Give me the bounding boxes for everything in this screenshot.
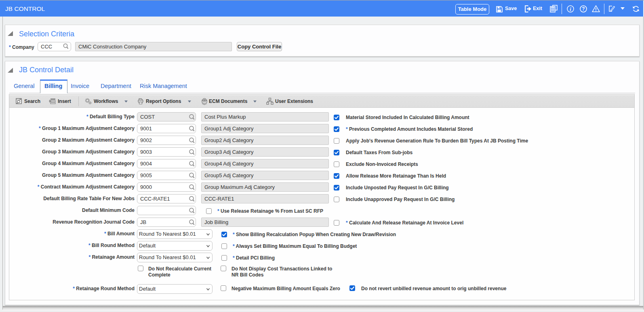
svg-text:?: ? [582, 6, 585, 12]
svg-text:i: i [570, 6, 571, 12]
